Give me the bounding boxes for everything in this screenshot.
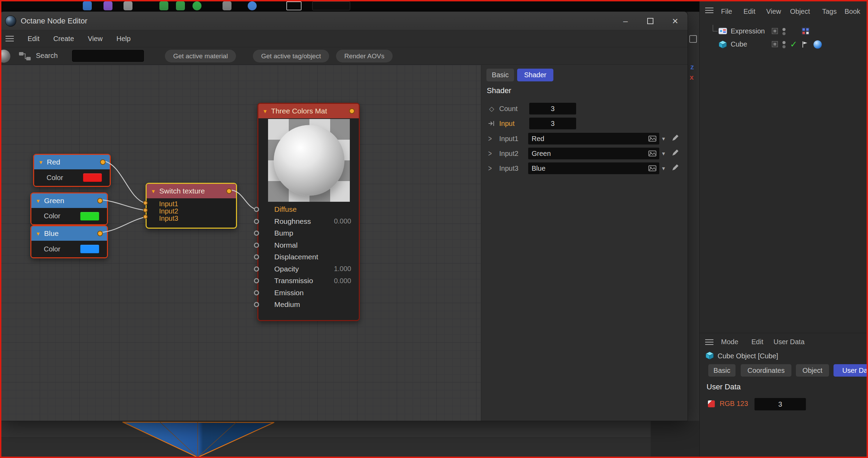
app-toolbar-icon[interactable]	[248, 1, 257, 10]
pencil-icon[interactable]	[671, 149, 679, 157]
node-red[interactable]: ▼ Red Color	[33, 154, 111, 187]
collapse-triangle-icon[interactable]: ▼	[38, 159, 43, 165]
chevron-right-icon[interactable]: >	[488, 163, 492, 173]
close-button[interactable]: ×	[663, 12, 688, 30]
input-port[interactable]	[254, 290, 259, 295]
texture-tag-icon[interactable]	[813, 40, 822, 49]
app-toolbar-icon[interactable]	[223, 1, 231, 10]
node-blue-header[interactable]: ▼ Blue	[31, 226, 107, 241]
output-port[interactable]	[349, 108, 355, 114]
collapse-triangle-icon[interactable]: ▼	[263, 108, 268, 114]
hamburger-icon[interactable]	[705, 339, 713, 340]
dropdown-arrow-icon[interactable]: ▾	[662, 135, 665, 142]
input-port[interactable]	[143, 215, 148, 219]
tab-user-data[interactable]: User Dat	[834, 364, 868, 377]
count-value-field[interactable]: 3	[529, 103, 576, 114]
search-input[interactable]	[72, 50, 144, 62]
node-three-colors-material[interactable]: ▼ Three Colors Mat Diffuse Roughness	[257, 103, 360, 321]
node-material-header[interactable]: ▼ Three Colors Mat	[258, 104, 359, 118]
material-sphere-icon[interactable]	[0, 50, 10, 63]
3d-viewport[interactable]	[0, 421, 699, 458]
input-port[interactable]	[254, 207, 259, 212]
node-switch-header[interactable]: ▼ Switch texture	[147, 184, 236, 198]
input-port[interactable]	[254, 278, 259, 283]
menu-view[interactable]: View	[88, 35, 103, 43]
dropdown-arrow-icon[interactable]: ▾	[662, 150, 665, 157]
app-toolbar-icon[interactable]	[193, 1, 201, 10]
viewport-corner-icon[interactable]	[689, 35, 697, 43]
output-port[interactable]	[97, 198, 103, 203]
visibility-dots-icon[interactable]	[782, 41, 786, 44]
chevron-right-icon[interactable]: >	[488, 134, 492, 143]
get-active-material-button[interactable]: Get active material	[165, 50, 236, 62]
node-green-header[interactable]: ▼ Green	[31, 193, 107, 208]
output-port[interactable]	[226, 188, 232, 194]
minimize-button[interactable]: –	[613, 12, 638, 30]
texture-picture-icon[interactable]	[648, 165, 657, 171]
input-port[interactable]	[254, 219, 259, 224]
node-green[interactable]: ▼ Green Color	[30, 192, 108, 225]
input-port[interactable]	[254, 266, 259, 271]
app-toolbar-icon[interactable]	[83, 1, 92, 10]
input3-value-field[interactable]: Blue	[528, 162, 659, 174]
pen-icon[interactable]	[124, 1, 132, 10]
output-port[interactable]	[97, 231, 103, 236]
input-port[interactable]	[254, 231, 259, 236]
am-menu-user-data[interactable]: User Data	[773, 338, 805, 346]
om-menu-file[interactable]: File	[721, 8, 732, 16]
pencil-icon[interactable]	[671, 134, 679, 142]
input-port[interactable]	[143, 208, 148, 212]
om-menu-bookmarks[interactable]: Book	[845, 8, 860, 16]
texture-picture-icon[interactable]	[648, 150, 657, 157]
dropdown-arrow-icon[interactable]: ▾	[662, 165, 665, 172]
window-titlebar[interactable]: Octane Node Editor – ×	[0, 12, 688, 30]
tab-basic[interactable]: Basic	[708, 364, 736, 377]
app-toolbar-icon[interactable]	[286, 1, 302, 10]
hamburger-icon[interactable]	[6, 36, 14, 37]
node-blue[interactable]: ▼ Blue Color	[30, 225, 108, 258]
menu-edit[interactable]: Edit	[28, 35, 39, 43]
visibility-dots-icon[interactable]	[782, 28, 786, 31]
om-menu-object[interactable]: Object	[790, 8, 810, 16]
input2-value-field[interactable]: Green	[528, 148, 659, 159]
get-active-tag-object-button[interactable]: Get active tag/object	[253, 50, 329, 62]
color-swatch[interactable]	[83, 173, 102, 182]
flag-tag-icon[interactable]	[802, 41, 808, 48]
input-value-field[interactable]: 3	[529, 118, 576, 129]
input-port[interactable]	[254, 302, 259, 307]
xpresso-tag-icon[interactable]	[801, 27, 810, 35]
enabled-check-icon[interactable]: ✓	[790, 39, 797, 49]
pencil-icon[interactable]	[671, 163, 679, 172]
nodes-icon[interactable]	[18, 51, 32, 62]
node-canvas[interactable]: ▼ Red Color ▼ Green Color	[0, 65, 481, 421]
layer-box-icon[interactable]	[772, 41, 778, 47]
input-port[interactable]	[254, 255, 259, 260]
collapse-triangle-icon[interactable]: ▼	[36, 231, 41, 237]
om-menu-tags[interactable]: Tags	[822, 8, 837, 16]
input1-value-field[interactable]: Red	[528, 133, 659, 145]
node-switch-texture[interactable]: ▼ Switch texture Input1 Input2 Input3	[146, 183, 237, 229]
am-menu-mode[interactable]: Mode	[721, 338, 738, 346]
app-toolbar-icon[interactable]	[159, 1, 168, 10]
rgb-123-value-field[interactable]: 3	[754, 398, 806, 410]
color-swatch[interactable]	[80, 245, 99, 253]
chevron-right-icon[interactable]: >	[488, 149, 492, 158]
app-toolbar-icon[interactable]	[103, 1, 112, 10]
om-menu-view[interactable]: View	[766, 8, 781, 16]
menu-create[interactable]: Create	[53, 35, 74, 43]
layer-box-icon[interactable]	[772, 28, 778, 34]
input-port[interactable]	[143, 201, 148, 205]
output-port[interactable]	[100, 159, 106, 165]
tree-item-cube[interactable]: Cube ✓	[700, 38, 868, 51]
cone-object[interactable]	[117, 421, 279, 458]
tab-shader[interactable]: Shader	[517, 69, 553, 81]
node-red-header[interactable]: ▼ Red	[34, 155, 110, 169]
tree-item-expression[interactable]: Expression	[700, 25, 868, 38]
hamburger-icon[interactable]	[705, 8, 713, 8]
app-toolbar-icon[interactable]	[176, 1, 185, 10]
collapse-triangle-icon[interactable]: ▼	[151, 188, 156, 194]
om-menu-edit[interactable]: Edit	[743, 8, 755, 16]
color-swatch[interactable]	[80, 212, 99, 221]
collapse-triangle-icon[interactable]: ▼	[36, 198, 41, 204]
tab-object[interactable]: Object	[796, 364, 829, 377]
